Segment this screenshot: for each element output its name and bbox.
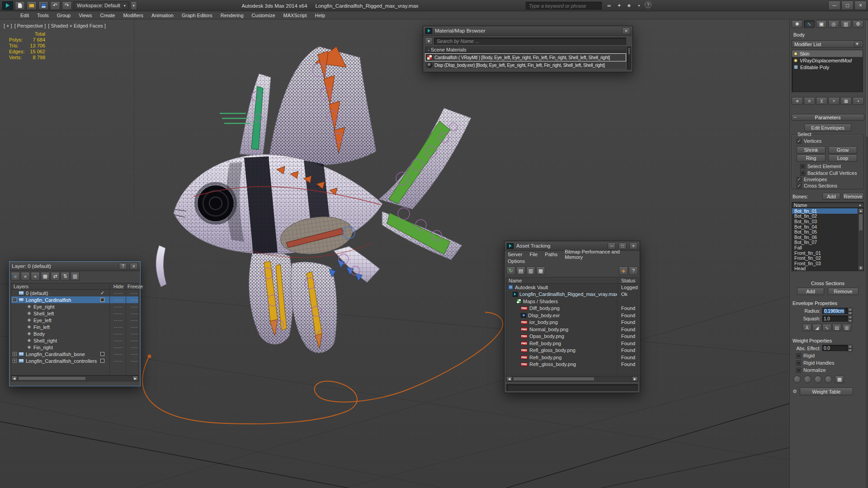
scrollbar-thumb[interactable]	[866, 20, 868, 137]
remove-bone-button[interactable]: Remove	[842, 193, 864, 200]
menu-create[interactable]: Create	[96, 11, 119, 19]
hide-unhide-button[interactable]: ▥	[71, 272, 80, 281]
layer-row-default[interactable]: 0 (default) ✓ ----- -----	[11, 290, 138, 296]
column-freeze[interactable]: Freeze	[127, 284, 143, 289]
column-hide[interactable]: Hide	[111, 284, 126, 289]
delete-layer-button[interactable]: ×	[21, 272, 30, 281]
viewport-canvas[interactable]	[0, 19, 789, 488]
asset-row-opas-body[interactable]: PNGOpas_body.png Found	[506, 333, 638, 340]
layer-horizontal-scrollbar[interactable]: ◀ ▶	[11, 375, 139, 381]
shrink-button[interactable]: Shrink	[797, 146, 826, 154]
scroll-up-icon[interactable]: ▲	[858, 208, 863, 213]
copy-envelope-button[interactable]: ▤	[832, 324, 841, 331]
menu-customize[interactable]: Customize	[248, 11, 279, 19]
asset-row-disp-body[interactable]: DIsp_body.exr Found	[506, 312, 638, 319]
asset-row-maps-shaders[interactable]: Maps / Shaders	[506, 298, 638, 305]
weight-table-button[interactable]: Weight Table	[800, 388, 853, 395]
backface-cull-checkbox[interactable]: ✓Backface Cull Vertices	[800, 170, 857, 176]
stack-item-vraydisplacementmod[interactable]: VRayDisplacementMod	[792, 57, 863, 64]
scroll-down-icon[interactable]: ▼	[858, 266, 863, 271]
render-toggle-box[interactable]	[100, 359, 104, 363]
paint-options-button[interactable]	[804, 375, 811, 383]
bone-list-scrollbar[interactable]: ▲ ▼	[858, 208, 863, 271]
undo-button[interactable]: ↶	[50, 1, 60, 10]
close-button[interactable]: ×	[130, 263, 138, 270]
menu-options[interactable]: Options	[508, 258, 525, 264]
menu-file[interactable]: File	[529, 252, 538, 257]
scrollbar-thumb[interactable]	[859, 214, 863, 231]
normalize-checkbox[interactable]: ✓Normalize	[796, 367, 826, 373]
sign-in-icon[interactable]: ✦	[615, 1, 623, 9]
table-view-button[interactable]: ▤	[516, 267, 525, 275]
favorites-star-icon[interactable]: ★	[625, 1, 633, 9]
grow-button[interactable]: Grow	[828, 146, 857, 154]
stack-item-editable-poly[interactable]: Editable Poly	[792, 64, 863, 70]
paint-weights-button[interactable]	[793, 375, 801, 383]
menu-maxscript[interactable]: MAXScript	[279, 11, 311, 19]
menu-graph-editors[interactable]: Graph Editors	[178, 11, 217, 19]
tab-create[interactable]: ✱	[792, 20, 802, 28]
redo-button[interactable]: ↷	[62, 1, 72, 10]
column-layers[interactable]: Layers	[14, 284, 28, 289]
spinner-down-icon[interactable]: ▼	[848, 319, 853, 323]
tab-motion[interactable]: ◎	[828, 20, 839, 28]
vertices-checkbox[interactable]: ✓Vertices	[797, 138, 821, 144]
menu-modifiers[interactable]: Modifiers	[119, 11, 147, 19]
expand-icon[interactable]: +	[13, 352, 17, 356]
absolute-effect-button[interactable]: A	[802, 324, 811, 331]
asset-row-ior-body[interactable]: PNGior_body.png Found	[506, 319, 638, 326]
menu-paths[interactable]: Paths	[545, 252, 557, 257]
ring-button[interactable]: Ring	[797, 155, 826, 162]
bone-list-item[interactable]: Bot_fin_01	[792, 208, 858, 214]
bone-list-item[interactable]: Bot_fin_06	[792, 235, 858, 240]
menu-bitmap-performance[interactable]: Bitmap Performance and Memory	[565, 249, 637, 260]
bone-list-item[interactable]: Bot_fin_04	[792, 224, 858, 230]
spinner-up-icon[interactable]: ▲	[848, 315, 853, 319]
lock-stack-button[interactable]: ▪	[853, 97, 864, 105]
abs-effect-spinner[interactable]: 0.0 ▲▼	[822, 345, 853, 351]
menu-tools[interactable]: Tools	[33, 11, 53, 19]
cross-sections-checkbox[interactable]: ✓Cross Sections	[797, 183, 837, 188]
grid-view-button[interactable]: ▦	[536, 267, 545, 275]
asset-row-refl-gloss-body[interactable]: PNGRefl_gloss_body.png Found	[506, 347, 638, 354]
menu-rendering[interactable]: Rendering	[217, 11, 248, 19]
viewport-menu-pov[interactable]: [ Perspective ]	[14, 23, 46, 28]
scene-materials-section-header[interactable]: - Scene Materials	[425, 47, 626, 53]
viewport-menu-general[interactable]: [ + ]	[4, 23, 12, 28]
menu-group[interactable]: Group	[53, 11, 75, 19]
modifier-list-dropdown[interactable]: Modifier List ▼	[792, 40, 863, 48]
object-row-shell-left[interactable]: Shell_left ----- -----	[11, 310, 138, 317]
object-row-fin-right[interactable]: Fin_right ----- -----	[11, 344, 138, 351]
parameters-rollout-header[interactable]: − Parameters	[791, 114, 864, 121]
scrollbar-thumb[interactable]	[513, 377, 594, 381]
paint-curve-button[interactable]: ∿	[822, 324, 831, 331]
asset-horizontal-scrollbar[interactable]: ◀ ▶	[506, 376, 638, 382]
falloff-button[interactable]: ◢	[812, 324, 821, 331]
configure-modifier-sets-button[interactable]: ▦	[840, 97, 852, 105]
material-row-disp[interactable]: Disp (DIsp_body.exr) [Body, Eye_left, Ey…	[425, 61, 626, 69]
object-row-body[interactable]: Body ----- -----	[11, 330, 138, 337]
resolve-paths-button[interactable]: ◈	[619, 267, 628, 275]
asset-row-diff-body[interactable]: PNGDiff_body.png Found	[506, 305, 638, 312]
make-unique-button[interactable]: ⊻	[816, 97, 827, 105]
close-button[interactable]: ×	[629, 243, 637, 249]
tab-display[interactable]: ▥	[840, 20, 851, 28]
collapse-icon[interactable]: −	[13, 298, 17, 302]
scroll-left-icon[interactable]: ◀	[506, 376, 512, 381]
maximize-button[interactable]: □	[841, 1, 854, 10]
save-file-button[interactable]	[38, 1, 48, 10]
select-layer-objects-button[interactable]: ▦	[41, 272, 50, 281]
close-button[interactable]: ×	[622, 28, 630, 34]
bone-list-item[interactable]: Fall	[792, 245, 858, 250]
render-toggle-box[interactable]	[100, 352, 104, 356]
tab-utilities[interactable]: ⚙	[853, 20, 863, 28]
squash-spinner[interactable]: 1.0 ▲▼	[822, 315, 853, 322]
column-status[interactable]: Status	[619, 278, 635, 283]
paste-envelope-button[interactable]: ▥	[842, 324, 851, 331]
tab-modify[interactable]: ∿	[804, 20, 815, 28]
object-row-shell-right[interactable]: Shell_right ----- -----	[11, 337, 138, 344]
bone-list-item[interactable]: Front_fin_03	[792, 261, 858, 266]
minimize-button[interactable]: ─	[608, 243, 616, 249]
highlight-layer-button[interactable]: ⇅	[61, 272, 70, 281]
layer-row-longfin-cardinalfish[interactable]: − Longfin_Cardinalfish ----- -----	[11, 296, 138, 303]
